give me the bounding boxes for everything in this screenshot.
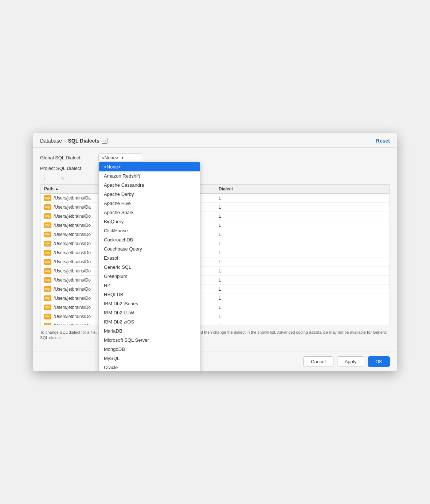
sql-file-icon: SQL [44,213,51,219]
sql-file-icon: SQL [44,195,51,201]
table-row[interactable]: SQL/Users/jetbrains/DoL [40,285,390,294]
dialect-cell: L [215,257,390,266]
dialect-option[interactable]: MariaDB [99,326,200,336]
column-header-dialect: Dialect [215,185,390,193]
sql-file-icon: SQL [44,222,51,228]
dialog-body: Global SQL Dialect: <None> ▼ <None>Amazo… [33,148,397,352]
table-row[interactable]: SQL/Users/jetbrains/DaL [40,203,390,212]
global-dialect-label: Global SQL Dialect: [40,155,98,160]
table-row[interactable]: SQL/Users/jetbrains/DoL [40,321,390,325]
dialect-cell: L [215,248,390,257]
breadcrumb: Database › SQL Dialects □ [40,138,107,144]
dialect-option[interactable]: Apache Cassandra [99,181,200,190]
dialect-dropdown-menu: <None>Amazon RedshiftApache CassandraApa… [98,162,200,372]
dialect-cell: L [215,212,390,221]
dialect-option[interactable]: Apache Derby [99,190,200,199]
add-button[interactable]: + [40,175,48,183]
edit-button[interactable]: ✎ [59,175,67,183]
dialect-cell: L [215,221,390,230]
dialect-option[interactable]: Exasol [99,253,200,263]
table-row[interactable]: SQL/Users/jetbrains/DoL [40,248,390,257]
breadcrumb-current: SQL Dialects [68,138,99,144]
dialect-cell: L [215,321,390,325]
breadcrumb-icon[interactable]: □ [102,138,107,144]
dialect-option[interactable]: Oracle [99,363,200,372]
cancel-button[interactable]: Cancel [303,356,333,367]
dialect-option[interactable]: BigQuery [99,217,200,226]
sql-dialects-dialog: Database › SQL Dialects □ Reset Global S… [33,133,397,372]
sort-indicator: ▲ [55,187,59,191]
dialect-option[interactable]: Couchbase Query [99,244,200,253]
project-dialect-label: Project SQL Dialect: [40,166,98,171]
dialect-option[interactable]: ClickHouse [99,226,200,235]
project-dialect-row: Project SQL Dialect: [40,166,390,171]
sql-file-icon: SQL [44,305,51,310]
table-body: SQL/Users/jetbrains/DaLSQL/Users/jetbrai… [40,194,390,325]
table-row[interactable]: SQL/Users/jetbrains/DoL [40,294,390,303]
dropdown-arrow-icon: ▼ [121,156,124,160]
dialect-option[interactable]: Apache Hive [99,199,200,208]
table-row[interactable]: SQL/Users/jetbrains/DoL [40,239,390,248]
dialect-option[interactable]: IBM Db2 z/OS [99,317,200,326]
table-row[interactable]: SQL/Users/jetbrains/DoL [40,212,390,221]
dialect-cell: L [215,312,390,321]
table-row[interactable]: SQL/Users/jetbrains/DoL [40,267,390,276]
dialect-cell: L [215,194,390,202]
table-header: Path ▲ Dialect [40,185,390,194]
sql-file-icon: SQL [44,250,51,256]
dialect-option[interactable]: MongoDB [99,345,200,354]
dialect-cell: L [215,267,390,275]
dialog-header: Database › SQL Dialects □ Reset [33,133,397,148]
dialect-option[interactable]: Generic SQL [99,263,200,272]
sql-file-icon: SQL [44,268,51,274]
sql-file-icon: SQL [44,259,51,265]
breadcrumb-separator: › [64,138,66,144]
dialect-cell: L [215,239,390,248]
dialect-option[interactable]: Amazon Redshift [99,171,200,181]
table-row[interactable]: SQL/Users/jetbrains/DoL [40,303,390,312]
dialect-option[interactable]: <None> [99,162,200,171]
dialect-option[interactable]: Greenplum [99,272,200,281]
paths-table: Path ▲ Dialect SQL/Users/jetbrains/DaLSQ… [40,184,390,325]
dialect-option[interactable]: IBM Db2 LUW [99,308,200,317]
breadcrumb-database: Database [40,138,62,144]
table-row[interactable]: SQL/Users/jetbrains/DoL [40,276,390,285]
sql-file-icon: SQL [44,232,51,237]
sql-file-icon: SQL [44,286,51,292]
table-row[interactable]: SQL/Users/jetbrains/DoL [40,312,390,321]
dialect-cell: L [215,285,390,294]
table-row[interactable]: SQL/Users/jetbrains/DoL [40,230,390,239]
table-toolbar: + − ✎ [40,175,390,183]
sql-file-icon: SQL [44,295,51,301]
remove-button[interactable]: − [50,175,58,183]
dialect-cell: L [215,294,390,303]
sql-file-icon: SQL [44,277,51,283]
table-row[interactable]: SQL/Users/jetbrains/DaL [40,194,390,203]
sql-file-icon: SQL [44,323,51,325]
dialog-footer: Cancel Apply OK [33,352,397,371]
dialect-cell: L [215,276,390,284]
dialect-option[interactable]: HSQLDB [99,290,200,299]
dialect-cell: L [215,230,390,239]
dialect-option[interactable]: IBM Db2 iSeries [99,299,200,308]
table-row[interactable]: SQL/Users/jetbrains/DoL [40,221,390,230]
dialect-cell: L [215,303,390,312]
ok-button[interactable]: OK [368,356,390,367]
sql-file-icon: SQL [44,314,51,319]
sql-file-icon: SQL [44,241,51,247]
dialect-option[interactable]: Apache Spark [99,208,200,217]
dialect-cell: L [215,203,390,212]
reset-button[interactable]: Reset [376,138,390,144]
hint-text: To change SQL dialect for a file, direct… [40,330,390,341]
apply-button[interactable]: Apply [337,356,364,367]
dialect-option[interactable]: CockroachDB [99,235,200,244]
global-dialect-dropdown[interactable]: <None> ▼ [98,154,142,162]
dialect-option[interactable]: MySQL [99,354,200,363]
dialect-option[interactable]: Microsoft SQL Server [99,336,200,345]
global-dialect-value: <None> [102,155,118,160]
global-dialect-row: Global SQL Dialect: <None> ▼ <None>Amazo… [40,154,390,162]
sql-file-icon: SQL [44,204,51,210]
dialect-option[interactable]: H2 [99,281,200,290]
table-row[interactable]: SQL/Users/jetbrains/DoL [40,257,390,267]
